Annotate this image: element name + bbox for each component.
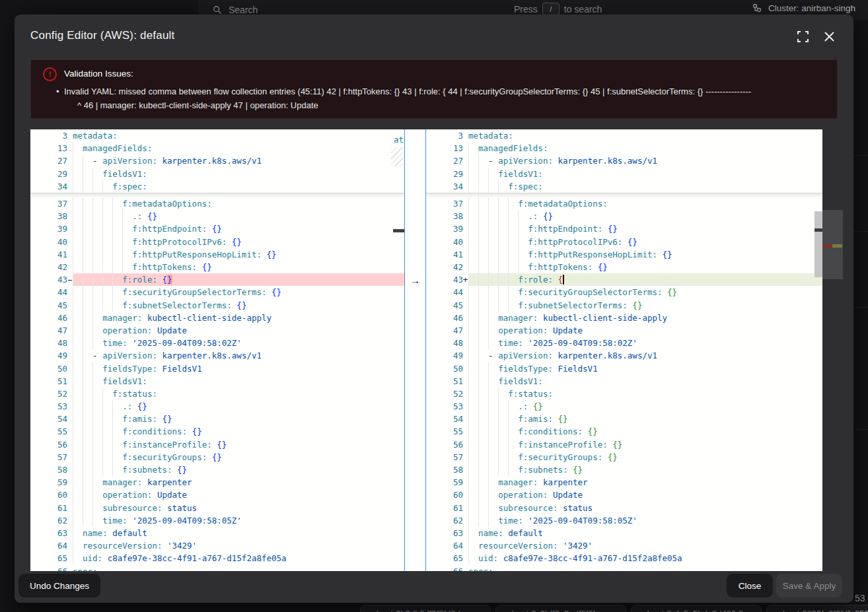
- code-line[interactable]: 42f:httpTokens: {}: [426, 261, 822, 273]
- code-line[interactable]: 48time: '2025-09-04T09:58:02Z': [30, 337, 404, 349]
- code-line[interactable]: 40f:httpProtocolIPv6: {}: [426, 236, 822, 248]
- code-line[interactable]: 44f:securityGroupSelectorTerms: {}: [30, 286, 404, 298]
- code-line[interactable]: 65uid: c8afe97e-38cc-4f91-a767-d15f2a8fe…: [30, 552, 404, 564]
- line-number: 3: [30, 131, 67, 141]
- code-line[interactable]: 62time: '2025-09-04T09:58:05Z': [426, 514, 822, 527]
- code-line[interactable]: 52f:status:: [30, 388, 404, 400]
- line-number: 62: [426, 516, 463, 526]
- diff-overview-ruler[interactable]: [822, 210, 843, 279]
- subnet-cell-badge[interactable]: subnet-0efe5e5bde2d48fb8: [631, 605, 762, 612]
- code-line[interactable]: 56f:instanceProfile: {}: [426, 438, 822, 451]
- code-line[interactable]: 63name: default: [30, 527, 404, 539]
- code-line[interactable]: 46manager: kubectl-client-side-apply: [30, 312, 404, 324]
- code-line[interactable]: 51fieldsV1:: [30, 375, 404, 388]
- code-line[interactable]: 53.: {}: [426, 400, 822, 413]
- line-number: 56: [30, 440, 67, 450]
- code-line[interactable]: 64resourceVersion: '3429': [426, 539, 822, 552]
- code-line[interactable]: 39f:httpEndpoint: {}: [426, 222, 822, 235]
- close-button[interactable]: [822, 29, 836, 44]
- code-line[interactable]: 3metadata:: [426, 129, 822, 142]
- code-line[interactable]: 59manager: karpenter: [30, 476, 404, 489]
- code-line[interactable]: 41f:httpPutResponseHopLimit: {}: [426, 248, 822, 261]
- save-apply-button[interactable]: Save & Apply: [776, 574, 842, 597]
- code-line[interactable]: 27- apiVersion: karpenter.k8s.aws/v1: [30, 154, 404, 167]
- code-line[interactable]: 60operation: Update: [426, 489, 822, 501]
- subnet-cell-badge[interactable]: subnet-0899fe8f2fdfe8538: [766, 605, 868, 612]
- revert-change-arrow[interactable]: →: [404, 273, 426, 287]
- yaml-diff-editor[interactable]: 3metadata:13managedFields:27- apiVersion…: [30, 129, 822, 571]
- code-line[interactable]: 43−f:role: {}: [30, 273, 404, 286]
- code-line[interactable]: 38.: {}: [426, 210, 822, 222]
- code-line[interactable]: 51fieldsV1:: [426, 375, 822, 388]
- collapsed-unchanged-region-right[interactable]: 3metadata:13managedFields:27- apiVersion…: [426, 129, 822, 193]
- code-line[interactable]: 40f:httpProtocolIPv6: {}: [30, 236, 404, 248]
- code-line[interactable]: 29fieldsV1:: [30, 168, 404, 180]
- code-line[interactable]: 42f:httpTokens: {}: [30, 261, 404, 273]
- diff-pane-modified[interactable]: 3metadata:13managedFields:27- apiVersion…: [426, 129, 822, 571]
- line-number: 54: [30, 414, 67, 424]
- code-line[interactable]: 39f:httpEndpoint: {}: [30, 222, 404, 235]
- fullscreen-icon: [797, 31, 809, 42]
- code-line[interactable]: 61subresource: status: [30, 502, 404, 514]
- fullscreen-button[interactable]: [795, 29, 810, 44]
- code-line[interactable]: 3metadata:: [30, 129, 404, 142]
- line-number: 34: [30, 182, 67, 191]
- cluster-selector[interactable]: Cluster: anirban-singh: [752, 3, 855, 13]
- line-number: 51: [30, 376, 67, 386]
- code-line[interactable]: 50fieldsType: FieldsV1: [30, 362, 404, 374]
- line-number: 29: [426, 169, 463, 179]
- code-line[interactable]: 34f:spec:: [426, 180, 822, 193]
- code-line[interactable]: 64resourceVersion: '3429': [30, 539, 404, 552]
- line-number: 42: [426, 262, 463, 272]
- code-line[interactable]: 43+f:role: {: [426, 273, 822, 286]
- code-line[interactable]: 44f:securityGroupSelectorTerms: {}: [426, 286, 822, 298]
- code-line[interactable]: 29fieldsV1:: [426, 168, 822, 180]
- code-line[interactable]: 58f:subnets: {}: [426, 463, 822, 476]
- code-line[interactable]: 58f:subnets: {}: [30, 463, 404, 476]
- undo-changes-button[interactable]: Undo Changes: [18, 574, 100, 597]
- code-line[interactable]: 37f:metadataOptions:: [30, 197, 404, 210]
- code-line[interactable]: 59manager: karpenter: [426, 476, 822, 489]
- code-line[interactable]: 54f:amis: {}: [30, 413, 404, 425]
- code-line[interactable]: 49- apiVersion: karpenter.k8s.aws/v1: [30, 349, 404, 362]
- code-line[interactable]: 38.: {}: [30, 210, 404, 222]
- code-line[interactable]: 41f:httpPutResponseHopLimit: {}: [30, 248, 404, 261]
- code-line[interactable]: 60operation: Update: [30, 489, 404, 501]
- code-line[interactable]: 66spec:: [30, 564, 404, 571]
- line-number: 53: [30, 401, 67, 411]
- line-number: 44: [426, 287, 463, 297]
- code-line[interactable]: 57f:securityGroups: {}: [30, 451, 404, 463]
- close-footer-button[interactable]: Close: [727, 574, 773, 597]
- code-line[interactable]: 37f:metadataOptions:: [426, 197, 822, 210]
- code-line[interactable]: 57f:securityGroups: {}: [426, 451, 822, 463]
- code-line[interactable]: 46manager: kubectl-client-side-apply: [426, 312, 822, 324]
- code-line[interactable]: 47operation: Update: [30, 324, 404, 337]
- code-line[interactable]: 49- apiVersion: karpenter.k8s.aws/v1: [426, 349, 822, 362]
- collapsed-unchanged-region-left[interactable]: 3metadata:13managedFields:27- apiVersion…: [30, 129, 404, 193]
- subnet-cell-badge[interactable]: subnet-0b9dbfbff9f8fd8da: [360, 605, 491, 612]
- code-line[interactable]: 34f:spec:: [30, 180, 404, 193]
- code-line[interactable]: 45f:subnetSelectorTerms: {}: [30, 299, 404, 312]
- code-line[interactable]: 56f:instanceProfile: {}: [30, 438, 404, 451]
- code-line[interactable]: 53.: {}: [30, 400, 404, 413]
- code-line[interactable]: 63name: default: [426, 527, 822, 539]
- subnet-cell-badge[interactable]: subnet-0c0bff0e2edf8f8fe: [495, 605, 626, 612]
- code-line[interactable]: 65uid: c8afe97e-38cc-4f91-a767-d15f2a8fe…: [426, 552, 822, 564]
- code-line[interactable]: 50fieldsType: FieldsV1: [426, 362, 822, 374]
- code-line[interactable]: 62time: '2025-09-04T09:58:05Z': [30, 514, 404, 527]
- editor-scrollbar-slider[interactable]: [814, 211, 822, 277]
- code-line[interactable]: 13managedFields:: [426, 142, 822, 154]
- diff-pane-original[interactable]: 3metadata:13managedFields:27- apiVersion…: [30, 129, 404, 571]
- code-line[interactable]: 45f:subnetSelectorTerms: {}: [426, 299, 822, 312]
- diff-sash[interactable]: [404, 129, 426, 571]
- code-line[interactable]: 47operation: Update: [426, 324, 822, 337]
- code-line[interactable]: 54f:amis: {}: [426, 413, 822, 425]
- code-line[interactable]: 55f:conditions: {}: [30, 425, 404, 438]
- code-line[interactable]: 27- apiVersion: karpenter.k8s.aws/v1: [426, 154, 822, 167]
- code-line[interactable]: 66spec:: [426, 564, 822, 571]
- code-line[interactable]: 13managedFields:: [30, 142, 404, 154]
- code-line[interactable]: 52f:status:: [426, 388, 822, 400]
- code-line[interactable]: 61subresource: status: [426, 502, 822, 514]
- code-line[interactable]: 48time: '2025-09-04T09:58:02Z': [426, 337, 822, 349]
- code-line[interactable]: 55f:conditions: {}: [426, 425, 822, 438]
